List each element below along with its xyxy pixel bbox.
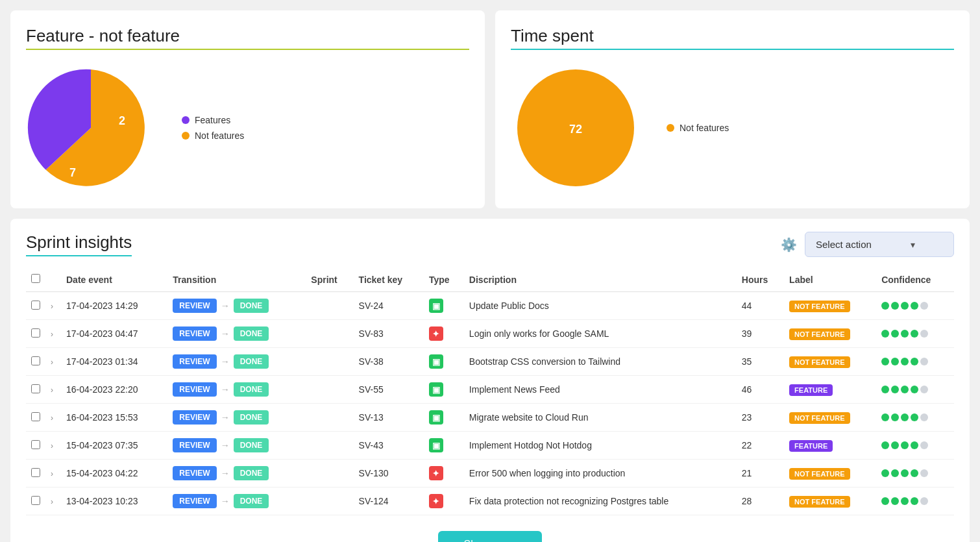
row-type: ✦ <box>424 460 464 487</box>
review-badge: REVIEW <box>173 438 216 452</box>
row-checkbox-cell <box>26 376 45 404</box>
table-row: › 17-04-2023 01:34 REVIEW → DONE SV-38 ▣… <box>26 348 954 376</box>
header-label: Label <box>784 267 876 292</box>
dot-empty <box>920 358 928 365</box>
dot-filled <box>891 469 899 477</box>
row-sprint <box>306 432 353 460</box>
dot-filled <box>901 441 909 449</box>
row-ticket: SV-124 <box>354 487 424 515</box>
feature-title-underline <box>26 49 469 50</box>
row-expand-cell: › <box>45 292 61 320</box>
dot-filled <box>901 386 909 393</box>
done-badge: DONE <box>234 326 269 341</box>
transition-cell: REVIEW → DONE <box>173 299 300 313</box>
transition-cell: REVIEW → DONE <box>173 326 300 341</box>
time-spent-title-underline <box>511 49 954 50</box>
transition-cell: REVIEW → DONE <box>173 438 300 452</box>
dot-filled <box>911 497 918 505</box>
done-badge: DONE <box>234 494 269 508</box>
row-checkbox[interactable] <box>31 356 40 365</box>
expand-icon[interactable]: › <box>51 441 53 450</box>
select-action-dropdown[interactable]: Select action ▾ <box>805 232 954 257</box>
row-label: NOT FEATURE <box>784 320 876 348</box>
expand-icon[interactable]: › <box>51 497 53 506</box>
dot-filled <box>891 358 899 365</box>
dot-filled <box>891 302 899 310</box>
done-badge: DONE <box>234 438 269 452</box>
confidence-dots <box>881 441 949 449</box>
dot-filled <box>881 302 889 310</box>
row-confidence <box>876 348 954 376</box>
expand-icon[interactable]: › <box>51 469 53 478</box>
row-description: Update Public Docs <box>464 292 737 320</box>
label-badge: FEATURE <box>789 384 833 396</box>
row-hours: 35 <box>737 348 784 376</box>
row-checkbox[interactable] <box>31 468 40 477</box>
time-spent-legend-label: Not features <box>680 123 729 133</box>
row-hours: 28 <box>737 487 784 515</box>
row-checkbox[interactable] <box>31 328 40 338</box>
select-all-checkbox[interactable] <box>31 274 40 283</box>
row-checkbox-cell <box>26 404 45 432</box>
row-type: ✦ <box>424 320 464 348</box>
row-checkbox[interactable] <box>31 301 40 310</box>
row-transition: REVIEW → DONE <box>167 348 306 376</box>
label-badge: NOT FEATURE <box>789 496 850 508</box>
row-checkbox-cell <box>26 487 45 515</box>
header-ticket: Ticket key <box>354 267 424 292</box>
row-hours: 44 <box>737 292 784 320</box>
row-sprint <box>306 292 353 320</box>
row-date: 13-04-2023 10:23 <box>61 487 167 515</box>
confidence-dots <box>881 497 949 505</box>
expand-icon[interactable]: › <box>51 386 53 395</box>
dot-filled <box>891 330 899 338</box>
filter-icon[interactable]: ⚙️ <box>781 237 797 253</box>
row-hours: 46 <box>737 376 784 404</box>
dot-filled <box>911 413 918 421</box>
expand-icon[interactable]: › <box>51 302 53 311</box>
review-badge: REVIEW <box>173 494 216 508</box>
dot-empty <box>920 302 928 310</box>
review-badge: REVIEW <box>173 326 216 341</box>
sprint-insights-underline <box>26 255 132 256</box>
header-row: Date event Transition Sprint Ticket key … <box>26 267 954 292</box>
show-more-button[interactable]: Show more <box>438 531 543 542</box>
row-checkbox[interactable] <box>31 440 40 449</box>
top-charts-section: Feature - not feature 7 2 <box>0 0 980 219</box>
confidence-dots <box>881 386 949 393</box>
row-hours: 39 <box>737 320 784 348</box>
done-badge: DONE <box>234 466 269 480</box>
row-checkbox[interactable] <box>31 384 40 393</box>
row-checkbox[interactable] <box>31 496 40 505</box>
row-date: 16-04-2023 22:20 <box>61 376 167 404</box>
row-description: Login only works for Google SAML <box>464 320 737 348</box>
type-icon: ▣ <box>429 354 443 369</box>
dot-filled <box>911 358 918 365</box>
row-transition: REVIEW → DONE <box>167 376 306 404</box>
table-row: › 15-04-2023 04:22 REVIEW → DONE SV-130 … <box>26 460 954 487</box>
header-description: Discription <box>464 267 737 292</box>
confidence-dots <box>881 302 949 310</box>
dot-filled <box>911 330 918 338</box>
insights-title-wrap: Sprint insights <box>26 232 132 256</box>
transition-cell: REVIEW → DONE <box>173 354 300 369</box>
row-checkbox[interactable] <box>31 412 40 421</box>
row-date: 17-04-2023 14:29 <box>61 292 167 320</box>
not-features-legend-label: Not features <box>195 130 244 141</box>
chevron-down-icon: ▾ <box>911 240 915 250</box>
row-transition: REVIEW → DONE <box>167 292 306 320</box>
type-icon: ▣ <box>429 299 443 313</box>
row-date: 17-04-2023 01:34 <box>61 348 167 376</box>
sprint-insights-section: Sprint insights ⚙️ Select action ▾ Date … <box>10 219 970 542</box>
header-hours: Hours <box>737 267 784 292</box>
features-label: 2 <box>119 114 125 127</box>
expand-icon[interactable]: › <box>51 330 53 339</box>
transition-arrow-icon: → <box>221 496 230 506</box>
expand-icon[interactable]: › <box>51 413 53 423</box>
features-legend-dot <box>182 116 190 124</box>
expand-icon[interactable]: › <box>51 358 53 367</box>
row-checkbox-cell <box>26 292 45 320</box>
done-badge: DONE <box>234 410 269 425</box>
header-checkbox-col <box>26 267 45 292</box>
row-transition: REVIEW → DONE <box>167 432 306 460</box>
